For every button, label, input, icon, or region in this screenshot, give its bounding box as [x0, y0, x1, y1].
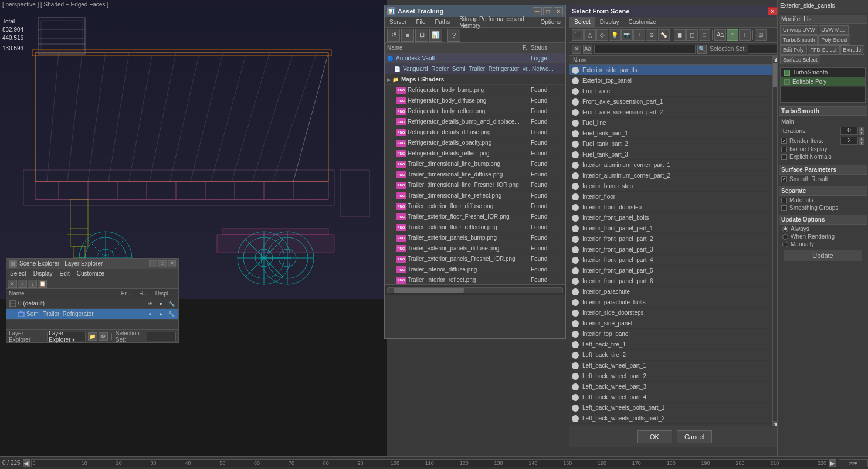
sfs-item-int-panel5[interactable]: Interior_front_panel_part_5 [569, 266, 779, 276]
sfs-item-fuel-line[interactable]: Fuel_line [569, 118, 779, 128]
sfs-item-int-panel1[interactable]: Interior_front_panel_part_1 [569, 223, 779, 234]
uvw-map-btn[interactable]: UVW Map [819, 25, 849, 35]
at-file-row-13[interactable]: PNG Trailer_exterior_floor_reflector.png… [385, 222, 565, 233]
sfs-item-int-side-doorsteps[interactable]: Interior_side_doorsteps [569, 308, 779, 318]
sfs-item-int-bump[interactable]: Interior_bump_stop [569, 181, 779, 192]
sfs-item-left-tire2[interactable]: Left_back_tire_2 [569, 350, 779, 361]
at-file-row-12[interactable]: PNG Trailer_exterior_floor_Fresnel_IOR.p… [385, 212, 565, 222]
sfs-item-int-panel-bolts[interactable]: Interior_front_panel_bolts [569, 213, 779, 223]
sfs-item-front-axle-susp1[interactable]: Front_axle_suspension_part_1 [569, 97, 779, 107]
at-file-row-9[interactable]: PNG Trailer_dimensional_line_Fresnel_IOR… [385, 180, 565, 191]
render-iters-checkbox[interactable] [781, 138, 787, 144]
edit-poly-btn[interactable]: Edit Poly [780, 45, 807, 55]
sfs-item-front-axle[interactable]: Front_axle [569, 86, 779, 97]
sfs-items-list[interactable]: Exterior_side_panels Exterior_top_panel … [569, 65, 779, 426]
timeline-next-btn[interactable]: ▶ [829, 459, 836, 467]
sfs-invert-btn[interactable]: ◻ [686, 29, 698, 41]
sfs-close-btn[interactable]: ✕ [768, 7, 777, 15]
sfs-helper-btn[interactable]: + [633, 29, 645, 41]
sfs-light-btn[interactable]: 💡 [609, 29, 621, 41]
turbosmooth-btn[interactable]: TurboSmooth [780, 35, 818, 45]
at-hscroll-track[interactable] [387, 287, 563, 293]
sfs-search-input[interactable] [594, 45, 696, 54]
at-file-row-14[interactable]: PNG Trailer_exterior_panels_bump.png Fou… [385, 233, 565, 243]
sfs-shape-btn[interactable]: ◇ [596, 29, 608, 41]
viewport-area[interactable]: [ perspective ] [ Shaded + Edged Faces ]… [0, 0, 387, 469]
sfs-item-int-panel3[interactable]: Interior_front_panel_part_3 [569, 244, 779, 255]
render-iters-value[interactable]: 2 [840, 137, 858, 145]
at-maximize-btn[interactable]: □ [543, 7, 552, 15]
sfs-menu-select[interactable]: Select [569, 17, 595, 27]
sfs-item-left-wheel1[interactable]: Left_back_wheel_part_1 [569, 361, 779, 371]
sfs-ok-button[interactable]: OK [637, 430, 672, 443]
sfs-space-btn[interactable]: ⊕ [646, 29, 657, 41]
sfs-item-front-axle-susp2[interactable]: Front_axle_suspension_part_2 [569, 107, 779, 118]
at-file-row-11[interactable]: PNG Trailer_exterior_floor_diffuse.png F… [385, 201, 565, 212]
sfs-item-exterior-top[interactable]: Exterior_top_panel [569, 76, 779, 86]
at-file-row-16[interactable]: PNG Trailer_exterior_panels_Fresnel_IOR.… [385, 254, 565, 264]
at-hscroll-thumb[interactable] [394, 288, 464, 293]
sfs-case-sensitive-btn[interactable]: Aa [583, 45, 592, 54]
at-menu-options[interactable]: Options [536, 17, 565, 27]
at-file-row-5[interactable]: PNG Refrigerator_details_opacity.png Fou… [385, 138, 565, 148]
at-list-btn[interactable]: ≡ [401, 29, 414, 42]
ri-down-btn[interactable]: ▼ [859, 141, 864, 145]
at-menu-paths[interactable]: Paths [430, 17, 455, 27]
at-files-list[interactable]: PNG Refrigerator_body_bump.png Found PNG… [385, 85, 565, 284]
menu-customize[interactable]: Customize [73, 269, 108, 278]
materials-checkbox[interactable] [781, 198, 787, 203]
at-file-row-3[interactable]: PNG Refrigerator_details_bump_and_displa… [385, 117, 565, 127]
sfs-selection-set-dropdown[interactable] [748, 45, 777, 54]
sfs-item-int-panel4[interactable]: Interior_front_panel_part_4 [569, 255, 779, 266]
sfs-camera-btn[interactable]: 📷 [621, 29, 633, 41]
scene-row-trailer[interactable]: Semi_Trailer_Refrigerator ✦ ● 🔧 [6, 309, 178, 320]
sfs-item-int-doorstep[interactable]: Interior_front_doorstep [569, 202, 779, 213]
menu-display[interactable]: Display [30, 269, 56, 278]
at-menu-server[interactable]: Server [385, 17, 411, 27]
at-file-row-10[interactable]: PNG Trailer_dimensional_line_reflect.png… [385, 191, 565, 201]
at-file-row-0[interactable]: PNG Refrigerator_body_bump.png Found [385, 85, 565, 96]
iter-up-btn[interactable]: ▲ [859, 127, 864, 131]
when-rendering-radio[interactable] [782, 234, 788, 240]
sfs-item-exterior-side-panels[interactable]: Exterior_side_panels [569, 65, 779, 76]
sfs-item-int-panel6[interactable]: Interior_front_panel_part_6 [569, 276, 779, 287]
explicit-normals-checkbox[interactable] [781, 154, 787, 160]
at-minimize-btn[interactable]: ─ [533, 7, 542, 15]
at-file-row-2[interactable]: PNG Refrigerator_body_reflect.png Found [385, 106, 565, 117]
at-file-row-1[interactable]: PNG Refrigerator_body_diffuse.png Found [385, 96, 565, 106]
at-file-row-17[interactable]: PNG Trailer_interior_diffuse.png Found [385, 264, 565, 275]
toolbar-copy-btn[interactable]: 📋 [38, 280, 47, 288]
sfs-menu-customize[interactable]: Customize [624, 17, 661, 27]
sfs-item-int-alum-2[interactable]: Interior_aluminium_corner_part_2 [569, 171, 779, 181]
scene-explorer-titlebar[interactable]: ▤ Scene Explorer - Layer Explorer _ □ ✕ [6, 259, 178, 269]
update-button[interactable]: Update [784, 250, 862, 261]
at-grid-btn[interactable]: ⊞ [415, 29, 428, 42]
isoline-checkbox[interactable] [781, 147, 787, 152]
sfs-item-int-top[interactable]: Interior_top_panel [569, 329, 779, 339]
sfs-cancel-button[interactable]: Cancel [677, 430, 712, 443]
close-button[interactable]: ✕ [168, 260, 176, 267]
at-vault-row[interactable]: 🔵 Autodesk Vault Logge... [385, 53, 565, 64]
sfs-clear-btn[interactable]: ✕ [572, 45, 581, 54]
at-project-row[interactable]: 📄 Vanguard_Reefer_Semi_Trailer_Refrigera… [385, 64, 565, 74]
timeline-track[interactable]: 0 10 20 30 40 50 60 70 80 90 100 110 120… [31, 459, 828, 467]
sfs-item-int-floor[interactable]: Interior_floor [569, 192, 779, 202]
sfs-item-left-wheel4[interactable]: Left_back_wheel_part_4 [569, 392, 779, 403]
sfs-item-int-para-bolts[interactable]: Interior_parachute_bolts [569, 297, 779, 308]
sfs-item-left-bolts2[interactable]: Left_back_wheels_bolts_part_2 [569, 413, 779, 424]
at-file-row-6[interactable]: PNG Refrigerator_details_reflect.png Fou… [385, 148, 565, 159]
sfs-item-fuel-tank3[interactable]: Fuel_tank_part_3 [569, 149, 779, 160]
sfs-item-int-panel2[interactable]: Interior_front_panel_part_2 [569, 234, 779, 244]
sfs-select-all-btn[interactable]: ◼ [674, 29, 686, 41]
ffd-select-btn[interactable]: FFD Select [808, 45, 840, 55]
modifier-editable-poly[interactable]: Editable Poly [781, 77, 865, 87]
folder-icon[interactable]: 📁 [88, 332, 97, 341]
at-menu-file[interactable]: File [411, 17, 430, 27]
sfs-item-left-tire1[interactable]: Left_back_tire_1 [569, 339, 779, 350]
minimize-button[interactable]: _ [149, 260, 157, 267]
at-menu-bitmap[interactable]: Bitmap Performance and Memory [455, 17, 535, 27]
timeline-prev-btn[interactable]: ◀ [23, 459, 30, 467]
always-radio[interactable] [782, 226, 788, 232]
at-refresh-btn[interactable]: ↺ [387, 29, 400, 42]
toolbar-x-btn[interactable]: ✕ [8, 280, 17, 288]
